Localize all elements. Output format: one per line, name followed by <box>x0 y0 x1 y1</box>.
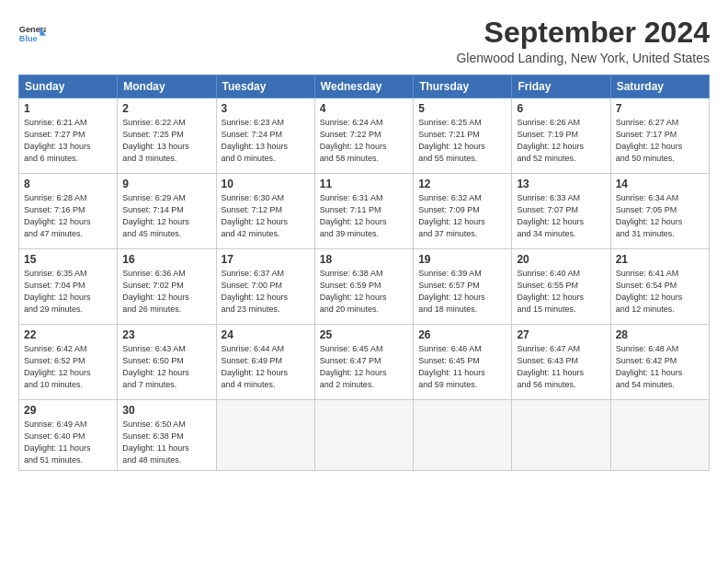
empty-cell-2 <box>314 400 413 471</box>
header-saturday: Saturday <box>610 75 709 98</box>
week-row-3: 15 Sunrise: 6:35 AMSunset: 7:04 PMDaylig… <box>19 249 710 325</box>
location: Glenwood Landing, New York, United State… <box>456 51 710 65</box>
header-sunday: Sunday <box>19 75 118 98</box>
day-15: 15 Sunrise: 6:35 AMSunset: 7:04 PMDaylig… <box>19 249 118 325</box>
day-22: 22 Sunrise: 6:42 AMSunset: 6:52 PMDaylig… <box>19 325 118 400</box>
header: General Blue September 2024 Glenwood Lan… <box>18 17 710 65</box>
empty-cell-5 <box>610 400 709 471</box>
logo-icon: General Blue <box>18 20 46 48</box>
day-13: 13 Sunrise: 6:33 AMSunset: 7:07 PMDaylig… <box>512 174 610 249</box>
day-25: 25 Sunrise: 6:45 AMSunset: 6:47 PMDaylig… <box>314 325 413 400</box>
day-7: 7 Sunrise: 6:27 AMSunset: 7:17 PMDayligh… <box>610 98 709 174</box>
header-tuesday: Tuesday <box>216 75 314 98</box>
day-21: 21 Sunrise: 6:41 AMSunset: 6:54 PMDaylig… <box>610 249 709 325</box>
empty-cell-3 <box>414 400 512 471</box>
header-thursday: Thursday <box>414 75 512 98</box>
day-5: 5 Sunrise: 6:25 AMSunset: 7:21 PMDayligh… <box>414 98 512 174</box>
day-26: 26 Sunrise: 6:46 AMSunset: 6:45 PMDaylig… <box>414 325 512 400</box>
day-1: 1 Sunrise: 6:21 AMSunset: 7:27 PMDayligh… <box>19 98 118 174</box>
week-row-5: 29 Sunrise: 6:49 AMSunset: 6:40 PMDaylig… <box>19 400 710 471</box>
month-title: September 2024 <box>456 17 710 49</box>
svg-text:Blue: Blue <box>19 34 38 43</box>
day-29: 29 Sunrise: 6:49 AMSunset: 6:40 PMDaylig… <box>19 400 118 471</box>
day-14: 14 Sunrise: 6:34 AMSunset: 7:05 PMDaylig… <box>610 174 709 249</box>
day-3: 3 Sunrise: 6:23 AMSunset: 7:24 PMDayligh… <box>216 98 314 174</box>
day-4: 4 Sunrise: 6:24 AMSunset: 7:22 PMDayligh… <box>314 98 413 174</box>
week-row-1: 1 Sunrise: 6:21 AMSunset: 7:27 PMDayligh… <box>19 98 710 174</box>
day-6: 6 Sunrise: 6:26 AMSunset: 7:19 PMDayligh… <box>512 98 610 174</box>
weekday-header-row: Sunday Monday Tuesday Wednesday Thursday… <box>19 75 710 98</box>
week-row-2: 8 Sunrise: 6:28 AMSunset: 7:16 PMDayligh… <box>19 174 710 249</box>
empty-cell-4 <box>512 400 610 471</box>
day-17: 17 Sunrise: 6:37 AMSunset: 7:00 PMDaylig… <box>216 249 314 325</box>
day-28: 28 Sunrise: 6:48 AMSunset: 6:42 PMDaylig… <box>610 325 709 400</box>
day-2: 2 Sunrise: 6:22 AMSunset: 7:25 PMDayligh… <box>118 98 216 174</box>
day-23: 23 Sunrise: 6:43 AMSunset: 6:50 PMDaylig… <box>118 325 216 400</box>
calendar: Sunday Monday Tuesday Wednesday Thursday… <box>18 75 710 471</box>
header-wednesday: Wednesday <box>314 75 413 98</box>
logo: General Blue <box>18 20 46 48</box>
day-11: 11 Sunrise: 6:31 AMSunset: 7:11 PMDaylig… <box>314 174 413 249</box>
week-row-4: 22 Sunrise: 6:42 AMSunset: 6:52 PMDaylig… <box>19 325 710 400</box>
day-9: 9 Sunrise: 6:29 AMSunset: 7:14 PMDayligh… <box>118 174 216 249</box>
day-18: 18 Sunrise: 6:38 AMSunset: 6:59 PMDaylig… <box>314 249 413 325</box>
day-24: 24 Sunrise: 6:44 AMSunset: 6:49 PMDaylig… <box>216 325 314 400</box>
day-30: 30 Sunrise: 6:50 AMSunset: 6:38 PMDaylig… <box>118 400 216 471</box>
header-friday: Friday <box>512 75 610 98</box>
header-monday: Monday <box>118 75 216 98</box>
day-20: 20 Sunrise: 6:40 AMSunset: 6:55 PMDaylig… <box>512 249 610 325</box>
day-27: 27 Sunrise: 6:47 AMSunset: 6:43 PMDaylig… <box>512 325 610 400</box>
day-10: 10 Sunrise: 6:30 AMSunset: 7:12 PMDaylig… <box>216 174 314 249</box>
day-12: 12 Sunrise: 6:32 AMSunset: 7:09 PMDaylig… <box>414 174 512 249</box>
day-19: 19 Sunrise: 6:39 AMSunset: 6:57 PMDaylig… <box>414 249 512 325</box>
empty-cell-1 <box>216 400 314 471</box>
title-block: September 2024 Glenwood Landing, New Yor… <box>456 17 710 65</box>
day-8: 8 Sunrise: 6:28 AMSunset: 7:16 PMDayligh… <box>19 174 118 249</box>
day-16: 16 Sunrise: 6:36 AMSunset: 7:02 PMDaylig… <box>118 249 216 325</box>
page: General Blue September 2024 Glenwood Lan… <box>0 0 728 563</box>
